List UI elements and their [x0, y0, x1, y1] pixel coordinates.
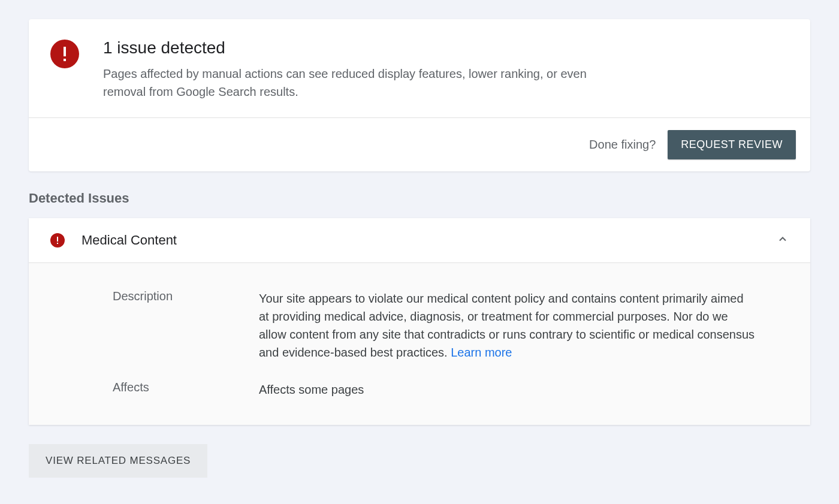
issue-card: Medical Content Description Your site ap… — [29, 218, 810, 425]
summary-top: 1 issue detected Pages affected by manua… — [29, 19, 810, 117]
svg-rect-1 — [64, 59, 66, 61]
issue-affects-row: Affects Affects some pages — [113, 381, 789, 399]
learn-more-link[interactable]: Learn more — [451, 346, 512, 359]
affects-value: Affects some pages — [259, 381, 364, 399]
request-review-button[interactable]: REQUEST REVIEW — [668, 130, 796, 159]
summary-text: 1 issue detected Pages affected by manua… — [103, 38, 594, 101]
alert-icon — [50, 233, 65, 248]
svg-rect-3 — [57, 243, 58, 244]
detected-issues-heading: Detected Issues — [29, 191, 810, 206]
summary-footer: Done fixing? REQUEST REVIEW — [29, 117, 810, 171]
issue-description-row: Description Your site appears to violate… — [113, 289, 789, 361]
svg-rect-0 — [64, 47, 66, 56]
description-label: Description — [113, 289, 259, 361]
done-fixing-label: Done fixing? — [589, 138, 656, 152]
alert-icon — [50, 40, 79, 68]
issue-header[interactable]: Medical Content — [29, 218, 810, 263]
issue-summary-card: 1 issue detected Pages affected by manua… — [29, 19, 810, 171]
affects-label: Affects — [113, 381, 259, 399]
chevron-up-icon — [777, 233, 789, 248]
summary-title: 1 issue detected — [103, 38, 594, 58]
description-value: Your site appears to violate our medical… — [259, 289, 756, 361]
issue-body: Description Your site appears to violate… — [29, 263, 810, 425]
view-related-messages-button[interactable]: VIEW RELATED MESSAGES — [29, 444, 207, 478]
svg-rect-2 — [57, 237, 58, 242]
summary-subtitle: Pages affected by manual actions can see… — [103, 65, 594, 101]
issue-title: Medical Content — [82, 233, 777, 248]
